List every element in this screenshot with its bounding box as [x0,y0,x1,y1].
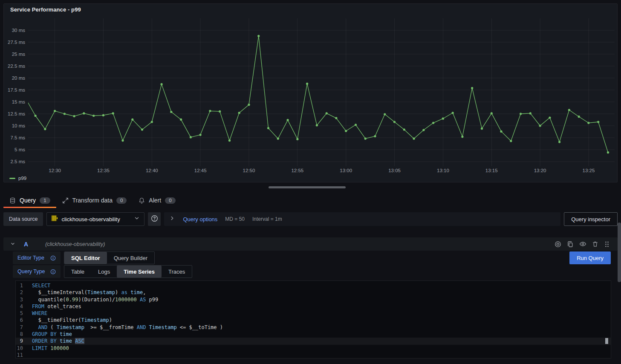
query-options-link[interactable]: Query options [183,216,217,222]
query-type-option-time-series[interactable]: Time Series [117,266,162,277]
editor-type-label-box: Editor Type [13,251,61,264]
tab-label: Alert [149,197,161,204]
sql-line-content: FROM otel_traces [32,303,81,310]
tab-count-badge: 0 [165,197,175,204]
chart-svg: 2.5 ms5 ms7.5 ms10 ms12.5 ms15 ms17.5 ms… [4,4,617,182]
sql-editor-lines: 1SELECT2 $__timeInterval(Timestamp) as t… [16,282,611,358]
eye-icon[interactable] [579,240,586,248]
sql-line: 7 AND ( Timestamp >= $__fromTime AND Tim… [16,324,611,331]
svg-text:12.5 ms: 12.5 ms [8,111,25,116]
sql-line-content: GROUP BY time [32,331,72,338]
query-inspector-button[interactable]: Query inspector [564,212,618,226]
line-number: 10 [16,345,32,352]
sql-line: 3 quantile(0.99)(Duration)/1000000 AS p9… [16,296,611,303]
query-type-option-traces[interactable]: Traces [162,266,192,277]
svg-text:5 ms: 5 ms [14,147,25,152]
legend-item-p99[interactable]: p99 [9,176,26,181]
line-number: 5 [16,310,32,317]
tab-count-badge: 1 [40,197,50,204]
svg-text:17.5 ms: 17.5 ms [8,87,25,92]
datasource-help-button[interactable] [148,212,161,226]
tab-label: Transform data [72,197,113,204]
datasource-value: clickhouse-observability [61,216,130,222]
drag-handle-icon[interactable] [604,241,610,248]
datasource-label: Data source [3,212,43,226]
line-number: 3 [16,296,32,303]
svg-text:25 ms: 25 ms [12,52,26,57]
query-editor-card: A (clickhouse-observability) Editor Type… [3,237,618,358]
editor-cursor-marker [605,338,608,344]
editor-type-label: Editor Type [17,255,44,261]
editor-type-group: SQL EditorQuery Builder [64,251,155,264]
svg-text:12:30: 12:30 [49,168,61,173]
editor-type-option-query-builder[interactable]: Query Builder [107,252,154,264]
sql-line-content: $__timeInterval(Timestamp) as time, [32,289,146,296]
svg-text:12:40: 12:40 [146,168,158,173]
sql-line-content: quantile(0.99)(Duration)/1000000 AS p99 [32,296,158,303]
tab-transform-data[interactable]: Transform data0 [56,194,133,208]
chevron-right-icon [169,215,175,223]
svg-text:13:10: 13:10 [437,168,449,173]
help-circle-icon [151,215,158,223]
svg-text:15 ms: 15 ms [12,99,26,104]
query-row-actions [555,240,613,248]
timeseries-chart[interactable]: 2.5 ms5 ms7.5 ms10 ms12.5 ms15 ms17.5 ms… [4,4,617,182]
sql-line-content: AND ( Timestamp >= $__fromTime AND Times… [32,324,223,331]
trash-icon[interactable] [592,241,598,247]
line-number: 2 [16,289,32,296]
transform-icon [62,197,69,204]
line-number: 4 [16,303,32,310]
svg-text:13:25: 13:25 [583,168,595,173]
tab-alert[interactable]: Alert0 [133,194,181,208]
grafana-panel-edit-page: Service Performance - p99 2.5 ms5 ms7.5 … [0,0,621,364]
editor-type-row: Editor Type SQL EditorQuery Builder [13,251,618,264]
editor-type-option-sql-editor[interactable]: SQL Editor [64,252,107,264]
tab-label: Query [20,197,36,204]
max-data-points-value: MD = 50 [225,216,245,222]
datasource-picker[interactable]: clickhouse-observability [46,212,144,226]
svg-text:12:50: 12:50 [243,168,255,173]
sql-line: 2 $__timeInterval(Timestamp) as time, [16,289,611,296]
sql-line: 6 $__timeFilter(Timestamp) [16,317,611,324]
sql-line: 10LIMIT 100000 [16,345,611,352]
line-number: 7 [16,324,32,331]
sql-line: 4FROM otel_traces [16,303,611,310]
timeseries-panel: Service Performance - p99 2.5 ms5 ms7.5 … [3,3,618,182]
info-circle-icon[interactable] [50,255,56,261]
record-circle-icon[interactable] [555,241,561,248]
svg-text:13:20: 13:20 [534,168,546,173]
chevron-down-icon [10,240,15,248]
query-options-bar[interactable]: Query options MD = 50 Interval = 1m [164,212,560,226]
query-datasource-note: (clickhouse-observability) [45,241,105,247]
run-query-button[interactable]: Run Query [569,251,611,264]
copy-icon[interactable] [567,241,574,248]
horizontal-scrollbar-thumb[interactable] [269,186,346,188]
svg-text:13:15: 13:15 [485,168,498,173]
svg-text:13:05: 13:05 [388,168,401,173]
bell-icon [139,197,145,204]
legend-series-label: p99 [18,176,26,181]
query-type-option-table[interactable]: Table [64,266,91,277]
datasource-row: Data source clickhouse-observability Que… [3,212,618,226]
sql-line-content: SELECT [32,282,50,289]
tab-count-badge: 0 [116,197,127,204]
sql-line: 5WHERE [16,310,611,317]
sql-editor[interactable]: 1SELECT2 $__timeInterval(Timestamp) as t… [15,280,611,358]
sql-line-content: ORDER BY time ASC [32,338,84,344]
svg-text:22.5 ms: 22.5 ms [8,64,25,69]
query-type-option-logs[interactable]: Logs [91,266,117,277]
sql-line: 9ORDER BY time ASC [16,338,611,344]
editor-tabbar: Query1Transform data0Alert0 [3,194,182,208]
line-number: 6 [16,317,32,324]
query-row-header: A (clickhouse-observability) [3,237,618,251]
collapse-query-button[interactable] [8,240,18,248]
line-number: 11 [16,352,32,358]
info-circle-icon[interactable] [50,269,56,274]
sql-line: 8GROUP BY time [16,331,611,338]
tab-query[interactable]: Query1 [3,194,56,208]
query-ref-id: A [24,241,28,248]
chevron-down-icon [134,215,140,223]
query-type-row: Query Type TableLogsTime SeriesTraces [13,265,618,278]
panel-title: Service Performance - p99 [10,6,81,13]
vertical-scrollbar-thumb[interactable] [618,222,621,282]
